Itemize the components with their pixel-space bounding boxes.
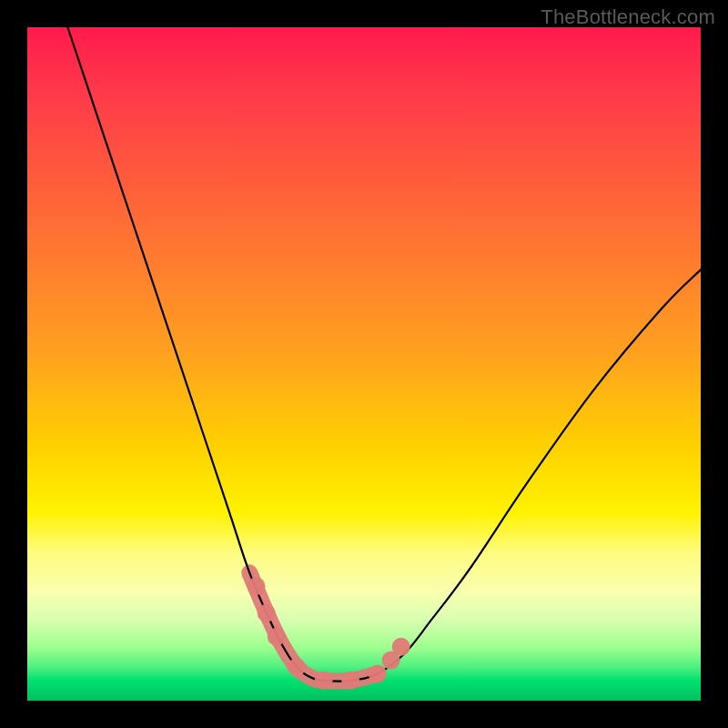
highlight-marker bbox=[341, 672, 359, 690]
highlight-marker bbox=[268, 628, 286, 646]
highlight-marker bbox=[288, 658, 306, 676]
plot-area bbox=[27, 27, 701, 701]
curve-highlight bbox=[249, 572, 378, 681]
highlight-marker bbox=[258, 604, 276, 622]
highlight-marker bbox=[315, 672, 333, 690]
stage: TheBottleneck.com bbox=[0, 0, 728, 728]
highlight-marker bbox=[248, 577, 266, 595]
chart-svg bbox=[27, 27, 701, 701]
bottleneck-curve bbox=[67, 27, 701, 682]
highlight-marker bbox=[369, 664, 387, 682]
watermark-text: TheBottleneck.com bbox=[541, 5, 715, 29]
highlight-marker bbox=[392, 638, 410, 656]
